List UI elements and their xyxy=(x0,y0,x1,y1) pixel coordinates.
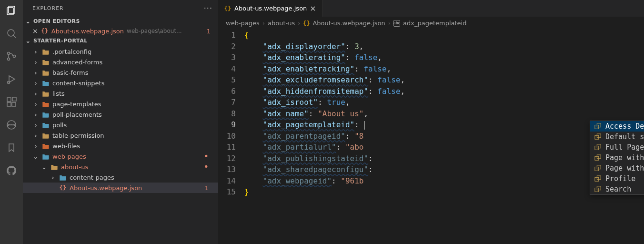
project-header[interactable]: ⌄ STARTER-PORTAL xyxy=(23,36,218,45)
open-editors-title: OPEN EDITORS xyxy=(33,18,80,24)
tree-folder-item[interactable]: ›lists xyxy=(23,88,218,99)
line-gutter: 123456789101112131415 xyxy=(218,30,244,244)
chevron-right-icon: › xyxy=(298,20,300,27)
folder-icon xyxy=(42,111,50,118)
chevron-right-icon: › xyxy=(388,20,391,27)
suggest-item[interactable]: Default studio template xyxy=(590,132,644,142)
folder-icon xyxy=(42,69,50,76)
breadcrumb-item[interactable]: About-us.webpage.json xyxy=(312,20,385,27)
project-title: STARTER-PORTAL xyxy=(33,38,88,44)
tree-folder-item[interactable]: ⌄about-us• xyxy=(23,162,218,172)
suggest-item[interactable]: Profile xyxy=(590,173,644,184)
open-editors-header[interactable]: ⌄ OPEN EDITORS xyxy=(23,17,218,26)
error-badge: 1 xyxy=(205,184,209,192)
folder-icon xyxy=(42,58,50,66)
chevron-right-icon: › xyxy=(50,174,56,181)
enum-icon xyxy=(594,133,602,141)
source-control-icon[interactable] xyxy=(6,51,17,62)
tree-folder-item[interactable]: ›polls xyxy=(23,120,218,130)
tree-item-label: web-pages xyxy=(52,153,86,160)
bookmark-icon[interactable] xyxy=(6,142,17,153)
tab-label: About-us.webpage.json xyxy=(234,5,307,12)
tree-folder-item[interactable]: ›advanced-forms xyxy=(23,57,218,67)
chevron-right-icon: › xyxy=(32,59,39,66)
sidebar: EXPLORER ··· ⌄ OPEN EDITORS × {} About-u… xyxy=(23,0,218,244)
folder-icon xyxy=(42,90,50,97)
svg-point-6 xyxy=(13,55,16,58)
tree-item-label: page-templates xyxy=(52,101,101,108)
code-area[interactable]: 123456789101112131415 { "adx_displayorde… xyxy=(218,30,644,244)
search-icon[interactable] xyxy=(6,28,17,39)
svg-marker-7 xyxy=(9,76,15,82)
svg-rect-11 xyxy=(12,102,16,106)
chevron-right-icon: › xyxy=(262,20,265,27)
breadcrumb-item[interactable]: web-pages xyxy=(226,20,260,27)
folder-icon xyxy=(42,79,50,87)
tree-file-item[interactable]: {}About-us.webpage.json1 xyxy=(23,183,218,193)
suggest-item[interactable]: Access Denied xyxy=(590,121,644,132)
tree-folder-item[interactable]: ›content-pages xyxy=(23,172,218,183)
suggest-item[interactable]: Full Page xyxy=(590,142,644,152)
sidebar-more-icon[interactable]: ··· xyxy=(204,4,212,13)
breadcrumb-item[interactable]: about-us xyxy=(268,20,295,27)
chevron-right-icon: › xyxy=(32,111,39,118)
open-editor-item[interactable]: × {} About-us.webpage.json web-pages\abo… xyxy=(23,26,218,36)
enum-icon xyxy=(594,164,602,172)
tree-item-label: lists xyxy=(52,90,65,97)
enum-icon xyxy=(594,143,602,151)
breadcrumb-item[interactable]: adx_pagetemplateid xyxy=(403,20,466,27)
modified-dot-icon: • xyxy=(203,154,209,158)
close-icon[interactable]: × xyxy=(310,4,316,13)
suggest-item[interactable]: Page with title xyxy=(590,163,644,173)
svg-point-4 xyxy=(8,52,10,55)
sidebar-title: EXPLORER xyxy=(32,5,64,11)
suggest-label: Page with child links xyxy=(605,153,644,162)
suggest-label: Search xyxy=(605,185,631,193)
folder-icon xyxy=(42,152,50,160)
tree-folder-item[interactable]: ›page-templates xyxy=(23,99,218,109)
intellisense-popup[interactable]: Access DeniedDefault studio templateFull… xyxy=(590,121,644,195)
tree-folder-item[interactable]: ›content-snippets xyxy=(23,78,218,88)
json-file-icon: {} xyxy=(41,27,49,35)
tree-item-label: about-us xyxy=(61,163,88,171)
folder-icon xyxy=(59,173,67,181)
open-editor-path: web-pages\about... xyxy=(127,28,181,34)
tree-item-label: basic-forms xyxy=(52,69,89,76)
code-content[interactable]: { "adx_displayorder": 3, "adx_enablerati… xyxy=(244,30,644,244)
chevron-right-icon: › xyxy=(32,101,39,108)
chevron-right-icon: › xyxy=(32,122,39,129)
folder-icon xyxy=(42,100,50,108)
tab-active[interactable]: {} About-us.webpage.json × xyxy=(218,0,322,17)
chevron-right-icon: › xyxy=(32,90,39,97)
json-file-icon: {} xyxy=(224,5,231,12)
github-icon[interactable] xyxy=(6,165,17,176)
remote-icon[interactable] xyxy=(6,119,17,131)
svg-point-8 xyxy=(8,81,10,84)
svg-rect-12 xyxy=(12,97,16,101)
tree-folder-item[interactable]: ›.portalconfig xyxy=(23,46,218,57)
explorer-icon[interactable] xyxy=(6,5,17,16)
open-editor-badge: 1 xyxy=(207,28,213,35)
breadcrumb[interactable]: web-pages › about-us › {} About-us.webpa… xyxy=(218,17,644,30)
suggest-item[interactable]: Page with child links xyxy=(590,152,644,163)
suggest-item[interactable]: Search xyxy=(590,184,644,194)
tree-folder-item[interactable]: ›poll-placements xyxy=(23,109,218,120)
chevron-right-icon: › xyxy=(32,80,39,87)
run-debug-icon[interactable] xyxy=(6,73,17,85)
extensions-icon[interactable] xyxy=(6,96,17,108)
tree-item-label: table-permission xyxy=(52,132,104,139)
tree-folder-item[interactable]: ›table-permission xyxy=(23,130,218,141)
svg-rect-10 xyxy=(7,102,11,106)
tree-folder-item[interactable]: ›web-files xyxy=(23,141,218,151)
tree-item-label: .portalconfig xyxy=(52,48,91,55)
tree-folder-item[interactable]: ›basic-forms xyxy=(23,67,218,78)
close-icon[interactable]: × xyxy=(32,27,38,35)
tree-folder-item[interactable]: ⌄web-pages• xyxy=(23,151,218,162)
activity-bar xyxy=(0,0,23,244)
file-tree: ›.portalconfig›advanced-forms›basic-form… xyxy=(23,45,218,194)
chevron-right-icon: › xyxy=(32,142,39,150)
chevron-down-icon: ⌄ xyxy=(25,37,31,44)
tree-item-label: advanced-forms xyxy=(52,59,102,66)
svg-point-5 xyxy=(8,58,10,61)
folder-icon xyxy=(42,48,50,55)
